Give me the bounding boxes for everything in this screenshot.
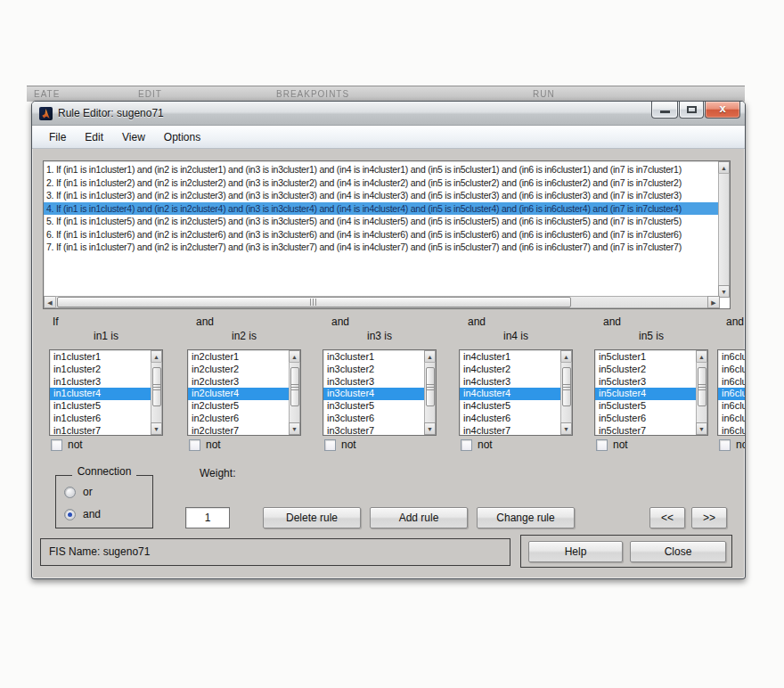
listbox-item[interactable]: in4cluster5: [460, 400, 560, 413]
menu-options[interactable]: Options: [158, 128, 207, 146]
radio-and[interactable]: [64, 509, 76, 520]
listbox-scrollbar[interactable]: [289, 362, 300, 423]
listbox-item[interactable]: in2cluster3: [188, 376, 289, 389]
next-button[interactable]: >>: [691, 507, 727, 528]
listbox-item[interactable]: in6cluster4: [718, 388, 745, 400]
listbox-item[interactable]: in5cluster4: [595, 388, 696, 400]
listbox-item[interactable]: in2cluster1: [188, 351, 289, 364]
rule-3[interactable]: 3. If (in1 is in1cluster3) and (in2 is i…: [44, 189, 718, 202]
rules-vertical-scrollbar[interactable]: [718, 173, 730, 286]
listbox-item[interactable]: in3cluster2: [323, 364, 424, 376]
listbox-item[interactable]: in4cluster4: [460, 388, 560, 400]
not-option[interactable]: not: [461, 438, 493, 451]
variable-listbox[interactable]: in4cluster1in4cluster2in4cluster3in4clus…: [459, 349, 573, 436]
radio-or[interactable]: [64, 487, 76, 498]
variable-listbox[interactable]: in5cluster1in5cluster2in5cluster3in5clus…: [594, 349, 708, 436]
rule-5[interactable]: 5. If (in1 is in1cluster5) and (in2 is i…: [44, 215, 718, 228]
scroll-down-icon[interactable]: ▼: [696, 422, 707, 435]
not-option[interactable]: not: [51, 438, 83, 451]
not-option[interactable]: not: [719, 438, 745, 451]
listbox-item[interactable]: in1cluster2: [50, 364, 151, 376]
vertical-scroll-thumb[interactable]: [698, 367, 706, 406]
listbox-item[interactable]: in3cluster1: [323, 351, 424, 364]
listbox-item[interactable]: in2cluster5: [188, 400, 289, 413]
listbox-item[interactable]: in5cluster5: [595, 400, 696, 413]
rule-2[interactable]: 2. If (in1 is in1cluster2) and (in2 is i…: [44, 176, 718, 190]
listbox-item[interactable]: in5cluster6: [595, 413, 696, 425]
menu-edit[interactable]: Edit: [78, 128, 110, 146]
close-dialog-button[interactable]: Close: [630, 541, 726, 562]
listbox-item[interactable]: in5cluster2: [595, 364, 696, 376]
listbox-item[interactable]: in4cluster6: [460, 413, 560, 425]
not-checkbox[interactable]: [324, 439, 336, 451]
scroll-up-icon[interactable]: ▲: [424, 350, 436, 363]
scroll-up-icon[interactable]: ▲: [560, 350, 572, 363]
listbox-scrollbar[interactable]: [151, 362, 162, 423]
change-rule-button[interactable]: Change rule: [477, 507, 575, 528]
rule-1[interactable]: 1. If (in1 is in1cluster1) and (in2 is i…: [44, 163, 718, 176]
scroll-up-icon[interactable]: ▲: [289, 350, 300, 363]
listbox-item[interactable]: in5cluster7: [595, 425, 696, 435]
minimize-button[interactable]: [651, 102, 678, 119]
listbox-item[interactable]: in3cluster5: [323, 400, 424, 413]
listbox-item[interactable]: in4cluster3: [460, 376, 560, 389]
close-button[interactable]: x: [705, 102, 740, 119]
rules-listbox[interactable]: 1. If (in1 is in1cluster1) and (in2 is i…: [43, 160, 731, 309]
listbox-item[interactable]: in4cluster7: [460, 425, 560, 435]
rules-horizontal-scrollbar[interactable]: [55, 296, 708, 308]
scroll-up-icon[interactable]: ▲: [696, 350, 707, 363]
rule-4[interactable]: 4. If (in1 is in1cluster4) and (in2 is i…: [44, 202, 718, 216]
weight-input[interactable]: 1: [185, 507, 230, 528]
listbox-scrollbar[interactable]: [424, 362, 436, 423]
not-checkbox[interactable]: [51, 439, 62, 451]
menu-file[interactable]: File: [43, 128, 72, 146]
delete-rule-button[interactable]: Delete rule: [263, 507, 361, 528]
listbox-item[interactable]: in5cluster3: [595, 376, 696, 389]
scroll-up-icon[interactable]: ▲: [718, 161, 730, 174]
listbox-item[interactable]: in1cluster1: [50, 351, 151, 364]
rule-7[interactable]: 7. If (in1 is in1cluster7) and (in2 is i…: [44, 241, 718, 254]
listbox-item[interactable]: in2cluster4: [188, 388, 289, 400]
listbox-item[interactable]: in3cluster4: [323, 388, 424, 400]
listbox-scrollbar[interactable]: [696, 362, 707, 423]
not-checkbox[interactable]: [189, 439, 200, 451]
scroll-up-icon[interactable]: ▲: [151, 350, 162, 363]
not-option[interactable]: not: [324, 438, 356, 451]
help-button[interactable]: Help: [528, 541, 623, 562]
scroll-down-icon[interactable]: ▼: [424, 422, 436, 435]
listbox-item[interactable]: in1cluster4: [50, 388, 151, 400]
listbox-item[interactable]: in4cluster1: [460, 351, 560, 364]
listbox-item[interactable]: in1cluster3: [50, 376, 151, 389]
previous-button[interactable]: <<: [649, 507, 685, 528]
scroll-down-icon[interactable]: ▼: [151, 422, 162, 435]
variable-listbox[interactable]: in1cluster1in1cluster2in1cluster3in1clus…: [49, 349, 163, 436]
horizontal-scroll-thumb[interactable]: [57, 297, 571, 307]
connection-or-option[interactable]: or: [64, 486, 93, 498]
maximize-button[interactable]: [679, 102, 704, 119]
listbox-item[interactable]: in6cluster3: [718, 376, 745, 389]
listbox-item[interactable]: in6cluster5: [718, 400, 745, 413]
menu-view[interactable]: View: [116, 128, 151, 146]
variable-listbox[interactable]: in6cluster1in6cluster2in6cluster3in6clus…: [717, 349, 745, 436]
listbox-item[interactable]: in3cluster7: [323, 425, 424, 435]
listbox-item[interactable]: in6cluster2: [718, 364, 745, 376]
listbox-item[interactable]: in1cluster5: [50, 400, 151, 413]
scroll-left-icon[interactable]: ◀: [44, 296, 56, 308]
listbox-item[interactable]: in6cluster6: [718, 413, 745, 425]
add-rule-button[interactable]: Add rule: [370, 507, 468, 528]
connection-and-option[interactable]: and: [64, 508, 101, 520]
listbox-item[interactable]: in6cluster1: [718, 351, 745, 364]
listbox-item[interactable]: in2cluster2: [188, 364, 289, 376]
listbox-item[interactable]: in6cluster7: [718, 425, 745, 435]
listbox-item[interactable]: in1cluster6: [50, 413, 151, 425]
variable-listbox[interactable]: in3cluster1in3cluster2in3cluster3in3clus…: [323, 349, 437, 436]
not-option[interactable]: not: [189, 438, 221, 451]
not-checkbox[interactable]: [719, 439, 731, 451]
rule-6[interactable]: 6. If (in1 is in1cluster6) and (in2 is i…: [44, 228, 718, 242]
scroll-down-icon[interactable]: ▼: [560, 422, 572, 435]
listbox-scrollbar[interactable]: [560, 362, 572, 423]
vertical-scroll-thumb[interactable]: [152, 367, 161, 406]
listbox-item[interactable]: in2cluster6: [188, 413, 289, 425]
not-option[interactable]: not: [596, 438, 628, 451]
listbox-item[interactable]: in3cluster3: [323, 376, 424, 389]
